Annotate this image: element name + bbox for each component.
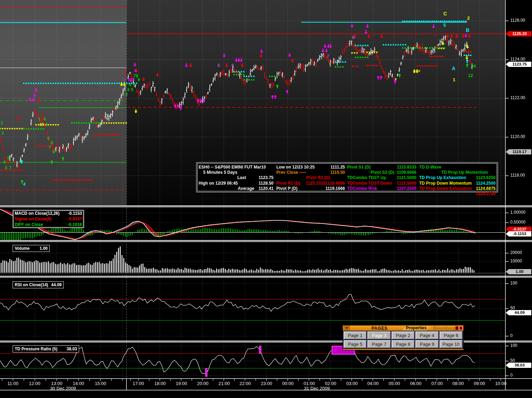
price-badge: 1125.33 [506,31,531,36]
info-value: 1121.5000 [397,181,416,186]
macd-legend-value: -0.0137 [68,216,82,222]
info-row: Pivot S2 (D)1109.6666 [347,170,416,175]
price-badge: 44.09 [506,310,531,315]
info-value: 1119.1666 [326,186,345,191]
x-axis-tick-label: 03:00 [346,381,358,386]
x-axis-tick-label: 12:00 [29,381,41,386]
price-badge: 38.03 [506,363,531,368]
page-button-page-2[interactable]: Page 2 [392,331,415,339]
x-axis-tick-label: 15:00 [95,381,106,386]
info-value: 1109.6666 [397,170,416,175]
info-label: Prev Close ----- [276,170,306,175]
y-axis-tick-label: 0.50000 [510,220,525,225]
td-pressure-legend: TD Pressure Ratio (5) 38.03 [13,345,79,352]
info-value: 1124.3750 [476,191,496,197]
pages-button-grid: Page 1Page 3Page 2Page 4Page 6Page 5Page… [343,331,463,349]
volume-legend-label: Volume [15,246,29,251]
y-axis-tick-label: 1122.00 [510,95,525,100]
info-row: Average1120.41 [199,186,274,191]
x-axis-tick-label: 04:00 [367,381,379,386]
info-value: 1128.50 [258,181,274,186]
info-row: TD Prop Up Momentum1123.6250 [419,170,496,175]
macd-legend-label: Signal on Close(9) [15,216,51,222]
x-axis-date-label: 31 Dec 2009 [304,386,330,391]
macd-legend-row: Signal on Close(9)-0.0137 [15,216,82,222]
info-label: Pivot P (D) [276,186,297,191]
td-pressure-legend-value: 38.03 [67,346,77,352]
y-axis-tick-label: 0 [510,373,513,378]
page-button-page-1[interactable]: Page 1 [344,331,367,339]
trading-terminal-screen: ESH0 -- S&P500 EMINI FUT Mar10 5 Minutes… [0,0,532,398]
rsi-legend-value: 44.09 [51,282,62,288]
y-axis-tick-label: 10000 [510,259,522,263]
quote-info-table: ESH0 -- S&P500 EMINI FUT Mar10 5 Minutes… [196,162,498,192]
page-button-page-9[interactable]: Page 9 [415,340,438,348]
x-axis-tick-label: 11:00 [7,381,19,386]
y-axis-tick-label: 50 [510,306,515,310]
pages-titlebar[interactable]: PAGES Properties Bloomberg ✕ [343,325,463,331]
info-column-1: Low on 12/23 10:251111.25Prev Close ----… [276,165,345,191]
page-button-page-4[interactable]: Page 4 [415,331,438,339]
close-icon[interactable]: ✕ [459,326,463,330]
info-row: TDCombo TDST Up1121.5000 [347,175,416,180]
x-axis-tick-label: 10:00 [495,381,507,386]
page-button-page-8[interactable]: Page 8 [392,340,415,348]
info-row: Pivot S1 (D)1115.8333 [347,165,416,170]
x-axis-tick-label: 20:00 [197,381,209,386]
info-row: Last1123.75 [199,175,274,180]
y-axis-tick-label: 100 [510,281,517,286]
info-value: 1111.25 [331,165,345,170]
page-button-page-5[interactable]: Page 5 [344,340,367,348]
price-badge: -0.0137 [506,227,531,232]
info-row: Pivot R2 (D)1128.6666 [276,175,345,180]
info-label: TDCombo Risk [347,186,377,191]
info-label: High on 12/29 06:45 [199,181,238,186]
pages-window-title: PAGES [372,326,388,331]
info-label: TDCombo TDST Down [347,181,392,186]
macd-legend-row: DIFF on Close-0.1016 [15,222,82,227]
dropdown-triangle-icon [345,327,348,329]
x-axis-tick-label: 23:00 [261,381,272,386]
y-axis-tick-label: 1118.00 [510,173,525,178]
x-axis-tick-label: 13:00 [51,381,63,386]
info-value: 1128.6666 [325,181,345,186]
rsi-legend-label: RSI on Close(14) [15,282,48,288]
volume-legend: Volume 1.00 [13,245,50,252]
info-row: TD D-Wave [419,165,496,170]
y-axis-tick-label: 50 [510,358,515,363]
info-label: Last [237,175,246,180]
pages-menu-button[interactable] [344,326,350,330]
info-label: TD Prop Up Exhaustion [419,175,466,180]
info-label: Pivot R2 (D) [306,175,330,180]
x-axis-tick-label: 14:00 [73,381,84,386]
info-row: Low on 12/23 10:251111.25 [276,165,345,170]
info-value: 1120.41 [258,186,274,191]
info-row: Prev Close -----1115.50 [276,170,345,175]
x-axis-tick-label: 08:00 [452,381,464,386]
info-row: ESH0 -- S&P500 EMINI FUT Mar10 [199,165,274,170]
page-button-page-3[interactable]: Page 3 [367,331,391,339]
info-column-0: ESH0 -- S&P500 EMINI FUT Mar10 5 Minutes… [199,165,274,191]
page-button-page-10[interactable]: Page 10 [440,340,463,348]
page-button-page-6[interactable]: Page 6 [440,331,463,339]
info-value: 1123.75 [258,175,274,180]
pages-window-footer [343,349,463,350]
maximize-button[interactable] [455,326,458,330]
x-axis-tick-label: 22:00 [240,381,251,386]
price-badge: -0.1153 [506,231,531,236]
y-axis-tick-label: 1.00000 [510,210,525,215]
info-row: High on 12/29 06:451128.50 [199,181,274,186]
info-row: TDCombo TDST Down1121.5000 [347,181,416,186]
x-axis-tick-label: 01:00 [304,381,315,386]
page-button-page-7[interactable]: Page 7 [367,340,391,348]
info-label: Pivot S2 (D) [371,170,394,175]
info-label: TDCombo TDST Up [347,175,386,180]
x-axis-tick-label: 09:00 [474,381,485,386]
properties-tab[interactable]: Properties [402,326,430,330]
pages-window[interactable]: PAGES Properties Bloomberg ✕ Page 1Page … [343,325,464,350]
info-value: 1107.2500 [397,186,416,191]
price-badge: 1123.75 [506,62,531,67]
info-row: Pivot P (D)1119.1666 [276,186,345,191]
info-label: TD Prop Up Momentum [441,170,488,175]
info-value: 1124.6875 [476,186,496,191]
